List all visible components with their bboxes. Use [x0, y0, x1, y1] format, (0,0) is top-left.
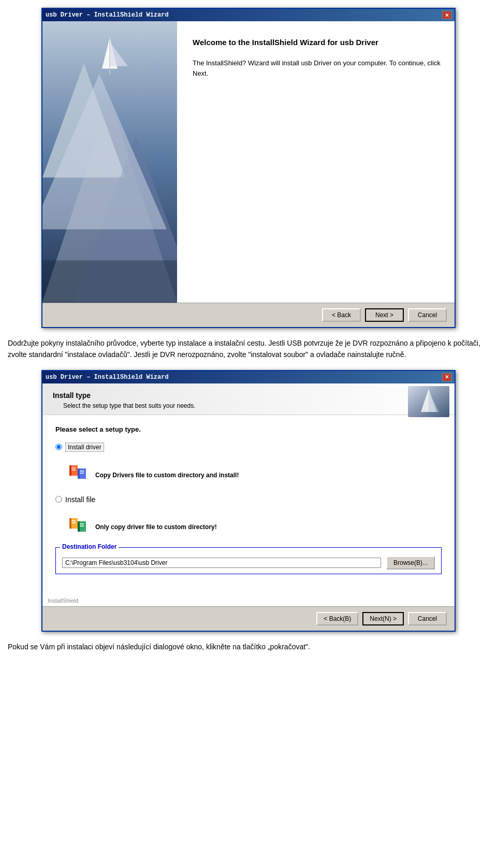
- svg-rect-7: [109, 38, 110, 74]
- bottom-text: Pokud se Vám při instalaci objeví násled…: [8, 641, 489, 652]
- install-driver-icon: [68, 464, 89, 485]
- dialog1-next-button[interactable]: Next >: [365, 308, 404, 322]
- destination-legend: Destination Folder: [60, 543, 119, 550]
- svg-rect-5: [42, 261, 177, 302]
- dialog2-window: usb Driver – InstallShield Wizard ✕ Inst…: [41, 370, 456, 632]
- dialog1-title: usb Driver – InstallShield Wizard: [46, 11, 169, 19]
- titlebar-left: usb Driver – InstallShield Wizard: [46, 11, 169, 19]
- dialog1-left-panel: [42, 21, 177, 303]
- dialog2-body: Install type Select the setup type that …: [42, 383, 455, 606]
- dialog1-window: usb Driver – InstallShield Wizard ✕: [41, 8, 456, 328]
- install-file-label: Install file: [65, 495, 95, 504]
- install-driver-label: Install driver: [65, 443, 104, 452]
- left-panel-illustration: [42, 21, 177, 303]
- svg-rect-23: [71, 522, 76, 523]
- dialog2-cancel-button[interactable]: Cancel: [408, 612, 447, 625]
- install-type-subtitle: Select the setup type that best suits yo…: [63, 402, 444, 409]
- svg-rect-14: [71, 467, 76, 468]
- svg-rect-15: [71, 469, 76, 471]
- dialog2-back-button[interactable]: < Back(B): [316, 612, 358, 625]
- install-type-header: Install type Select the setup type that …: [42, 383, 455, 415]
- destination-path-input[interactable]: [62, 558, 381, 568]
- install-file-icon-svg: [68, 516, 89, 537]
- install-driver-option: Install driver: [55, 443, 442, 454]
- install-driver-radio[interactable]: [55, 444, 62, 450]
- install-file-icon: [68, 516, 89, 537]
- installshield-label: InstallShield: [48, 597, 78, 604]
- dialog1-titlebar: usb Driver – InstallShield Wizard ✕: [42, 9, 455, 21]
- browse-button[interactable]: Browse(B)...: [386, 556, 435, 570]
- header-logo-svg: [408, 386, 449, 417]
- install-file-radio-row: Install file: [55, 495, 95, 504]
- install-file-option: Install file: [55, 495, 442, 506]
- dialog1-footer: < Back Next > Cancel: [42, 303, 455, 327]
- welcome-title: Welcome to the InstallShield Wizard for …: [193, 37, 442, 48]
- dialog1-body: Welcome to the InstallShield Wizard for …: [42, 21, 455, 303]
- dialog2-next-button[interactable]: Next(N) >: [362, 612, 404, 625]
- install-driver-icon-svg: [68, 464, 89, 485]
- install-file-desc: Only copy driver file to custom director…: [95, 523, 217, 531]
- svg-rect-18: [80, 471, 84, 472]
- dialog1-close-button[interactable]: ✕: [442, 11, 451, 19]
- dialog2-close-button[interactable]: ✕: [442, 373, 451, 381]
- dialog2-content: Please select a setup type. Install driv…: [42, 415, 455, 592]
- please-select-label: Please select a setup type.: [55, 425, 442, 433]
- dialog2-footer: < Back(B) Next(N) > Cancel: [42, 606, 455, 631]
- welcome-body: The InstallShield? Wizard will install u…: [193, 58, 442, 78]
- install-driver-details: Copy Drivers file to custom directory an…: [55, 464, 442, 485]
- header-logo: [408, 386, 449, 417]
- install-file-label-group: Install file: [55, 495, 95, 506]
- dialog2-title: usb Driver – InstallShield Wizard: [46, 374, 169, 381]
- instruction-text1: Dodržujte pokyny instalačního průvodce, …: [8, 337, 489, 361]
- svg-rect-26: [80, 523, 84, 524]
- dialog1-right-panel: Welcome to the InstallShield Wizard for …: [177, 21, 455, 303]
- install-file-radio[interactable]: [55, 496, 62, 503]
- destination-group: Destination Folder Browse(B)...: [55, 547, 442, 574]
- install-driver-desc: Copy Drivers file to custom directory an…: [95, 472, 239, 479]
- install-driver-radio-row: Install driver: [55, 443, 104, 452]
- svg-rect-19: [80, 473, 84, 474]
- dialog2-titlebar: usb Driver – InstallShield Wizard ✕: [42, 371, 455, 383]
- install-file-details: Only copy driver file to custom director…: [55, 516, 442, 537]
- install-driver-label-group: Install driver: [55, 443, 104, 454]
- dialog1-cancel-button[interactable]: Cancel: [408, 308, 447, 322]
- destination-row: Browse(B)...: [62, 556, 435, 570]
- install-type-title: Install type: [53, 391, 444, 400]
- svg-rect-22: [71, 520, 76, 521]
- dialog2-titlebar-left: usb Driver – InstallShield Wizard: [46, 374, 169, 381]
- svg-rect-27: [80, 525, 84, 527]
- dialog1-back-button[interactable]: < Back: [322, 308, 361, 322]
